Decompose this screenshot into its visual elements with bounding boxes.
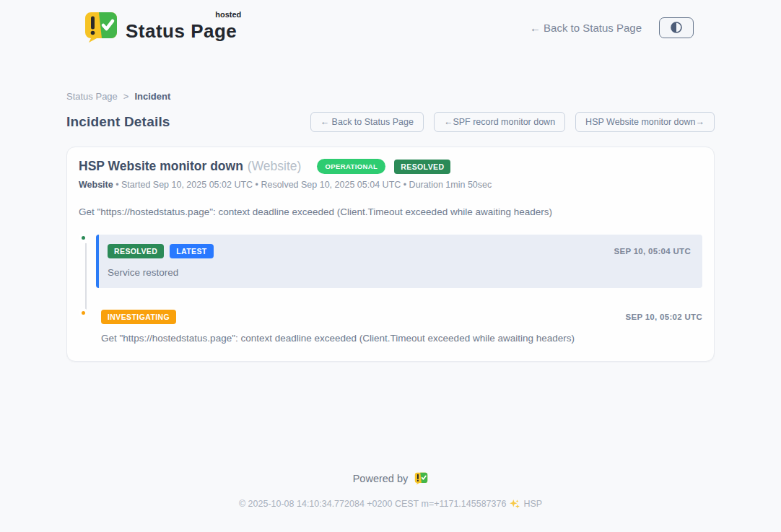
- footer: Powered by © 2025-10-08 14:10:34.772084 …: [0, 472, 781, 509]
- main-content: Status Page > Incident Incident Details …: [66, 91, 715, 362]
- timeline-timestamp: SEP 10, 05:02 UTC: [625, 313, 702, 321]
- incident-timeline: RESOLVED LATEST SEP 10, 05:04 UTC Servic…: [79, 235, 702, 344]
- statuspage-logo-icon[interactable]: [414, 472, 428, 485]
- breadcrumb-separator: >: [123, 91, 129, 102]
- back-to-status-page-button[interactable]: ← Back to Status Page: [310, 112, 424, 132]
- brand-logo[interactable]: hosted Status Page: [84, 12, 237, 43]
- timeline-timestamp: SEP 10, 05:04 UTC: [614, 247, 691, 256]
- timeline-dot-orange: [79, 308, 88, 318]
- page-title: Incident Details: [66, 114, 170, 130]
- theme-toggle-button[interactable]: [659, 17, 694, 38]
- timeline-message: Service restored: [108, 267, 691, 278]
- header: hosted Status Page ← Back to Status Page: [0, 0, 781, 55]
- latest-badge: LATEST: [170, 244, 213, 258]
- incident-nav-buttons: ← Back to Status Page ←SPF record monito…: [310, 112, 715, 132]
- prev-incident-button[interactable]: ←SPF record monitor down: [434, 112, 565, 132]
- brand-wordmark: Status Page: [126, 20, 237, 42]
- operational-badge: OPERATIONAL: [317, 159, 385, 174]
- brand-superscript: hosted: [215, 10, 241, 19]
- timeline-entry-resolved: RESOLVED LATEST SEP 10, 05:04 UTC Servic…: [79, 235, 702, 288]
- copyright-text: © 2025-10-08 14:10:34.772084 +0200 CEST …: [239, 499, 507, 509]
- timeline-entry-investigating: INVESTIGATING SEP 10, 05:02 UTC Get "htt…: [79, 310, 702, 344]
- back-to-status-page-link[interactable]: ← Back to Status Page: [530, 22, 642, 34]
- meta-component: Website: [79, 180, 113, 190]
- investigating-badge: INVESTIGATING: [101, 310, 176, 324]
- resolved-badge: RESOLVED: [108, 244, 164, 258]
- breadcrumb-status-page[interactable]: Status Page: [66, 91, 118, 102]
- breadcrumb: Status Page > Incident: [66, 91, 715, 102]
- incident-card: HSP Website monitor down (Website) OPERA…: [66, 147, 715, 362]
- incident-meta: Website • Started Sep 10, 2025 05:02 UTC…: [79, 180, 702, 190]
- breadcrumb-incident: Incident: [134, 91, 170, 102]
- incident-description: Get "https://hostedstatus.page": context…: [79, 206, 702, 217]
- incident-title: HSP Website monitor down: [79, 159, 243, 174]
- meta-dates-duration: • Started Sep 10, 2025 05:02 UTC • Resol…: [115, 180, 492, 190]
- incident-component: (Website): [248, 159, 302, 174]
- copyright: © 2025-10-08 14:10:34.772084 +0200 CEST …: [0, 499, 781, 509]
- timeline-dot-green: [79, 233, 88, 243]
- resolved-status-badge: RESOLVED: [394, 160, 450, 174]
- next-incident-button[interactable]: HSP Website monitor down→: [575, 112, 715, 132]
- powered-by: Powered by: [0, 472, 781, 485]
- contrast-icon: [669, 20, 684, 35]
- sparkles-icon: [510, 499, 520, 509]
- timeline-message: Get "https://hostedstatus.page": context…: [101, 333, 702, 344]
- copyright-brand: HSP: [523, 499, 542, 509]
- statuspage-logo-icon: [84, 12, 118, 43]
- powered-by-label: Powered by: [353, 473, 409, 484]
